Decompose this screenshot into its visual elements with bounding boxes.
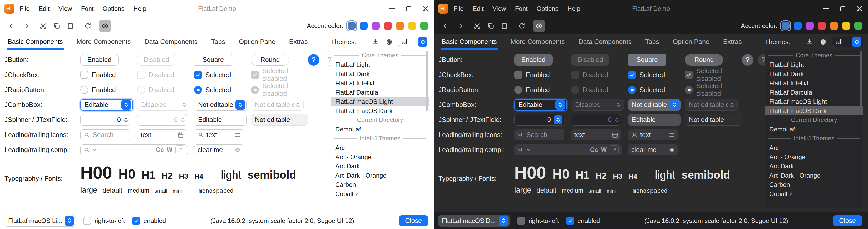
menu-item-file[interactable]: File [20, 5, 30, 12]
theme-item[interactable]: FlatLaf IntelliJ [765, 79, 863, 88]
show-hidden-toggle[interactable] [533, 20, 545, 32]
theme-item[interactable]: Carbon [765, 180, 863, 189]
radio-selected[interactable]: Selected [628, 86, 665, 94]
combobox-arrow-button[interactable] [236, 100, 245, 110]
theme-item[interactable]: FlatLaf macOS Dark [331, 106, 429, 115]
theme-item[interactable]: Arc Dark - Orange [765, 171, 863, 180]
accent-swatch[interactable] [420, 22, 428, 30]
show-hidden-toggle[interactable] [99, 20, 111, 32]
laf-combobox[interactable]: FlatLaf macOS D... [438, 215, 510, 227]
accent-swatch[interactable] [830, 22, 838, 30]
cut-button[interactable] [37, 20, 49, 32]
github-button[interactable] [384, 37, 394, 47]
theme-item[interactable]: Arc - Orange [331, 152, 429, 162]
close-button[interactable]: Close [399, 215, 428, 226]
paste-button[interactable] [64, 20, 76, 32]
close-button[interactable]: Close [833, 215, 862, 226]
combobox-arrow-button[interactable] [64, 216, 74, 226]
combobox-arrow-button[interactable] [121, 100, 131, 110]
menu-item-font[interactable]: Font [515, 5, 528, 12]
tab-more-components[interactable]: More Components [76, 38, 132, 50]
back-button[interactable] [440, 20, 452, 32]
tab-data-components[interactable]: Data Components [144, 38, 198, 50]
tab-tabs[interactable]: Tabs [210, 38, 226, 50]
download-themes-button[interactable] [805, 37, 814, 47]
whole-word-button[interactable]: W [601, 146, 607, 153]
spinner[interactable]: 0 [80, 114, 130, 126]
menu-item-options[interactable]: Options [537, 5, 559, 12]
theme-item[interactable]: FlatLaf Light [331, 60, 429, 69]
theme-item[interactable]: FlatLaf macOS Light [331, 97, 429, 106]
theme-item[interactable]: Arc Dark [765, 162, 863, 171]
theme-item[interactable]: DemoLaf [765, 125, 863, 134]
search-field[interactable]: Search [514, 130, 564, 140]
spinner[interactable]: 0 [514, 114, 564, 126]
checkbox-enabled[interactable]: Enabled [80, 71, 116, 79]
theme-item[interactable]: FlatLaf macOS Light [765, 97, 863, 106]
round-button[interactable]: Round [251, 54, 289, 66]
combobox-not-editable[interactable]: Not editable [628, 99, 681, 111]
combobox-arrow-button[interactable] [555, 100, 565, 110]
accent-swatch[interactable] [408, 22, 416, 30]
clearable-field[interactable]: clear me [194, 144, 244, 155]
combobox-arrow-button[interactable] [418, 37, 427, 47]
tab-basic-components[interactable]: Basic Components [441, 38, 498, 50]
copy-button[interactable] [485, 20, 497, 32]
date-field[interactable]: text [571, 130, 621, 140]
help-button[interactable]: ? [742, 54, 753, 66]
help-button[interactable]: ? [308, 54, 319, 66]
enabled-button[interactable]: Enabled [514, 54, 553, 66]
whole-word-button[interactable]: W [167, 146, 173, 153]
combobox-not-editable[interactable]: Not editable [194, 99, 247, 111]
accent-swatch[interactable] [348, 22, 355, 30]
accent-swatch[interactable] [782, 22, 789, 30]
clear-icon[interactable] [235, 147, 241, 153]
github-button[interactable] [818, 37, 828, 47]
menu-item-file[interactable]: File [454, 5, 464, 12]
enabled-checkbox[interactable]: enabled [132, 217, 166, 225]
refresh-button[interactable] [516, 20, 528, 32]
theme-item[interactable]: Arc - Orange [765, 152, 863, 162]
theme-item[interactable]: Carbon [331, 180, 429, 189]
theme-item[interactable]: Arc Dark [331, 162, 429, 171]
search-with-options-field[interactable]: Cc W .* [514, 144, 622, 155]
accent-swatch[interactable] [854, 22, 862, 30]
date-field[interactable]: text [137, 130, 187, 140]
theme-item[interactable]: Arc [765, 143, 863, 152]
regex-button[interactable]: .* [176, 145, 184, 154]
combobox-arrow-button[interactable] [670, 100, 679, 110]
refresh-button[interactable] [82, 20, 94, 32]
menu-item-edit[interactable]: Edit [39, 5, 50, 12]
tab-tabs[interactable]: Tabs [644, 38, 660, 50]
combobox-arrow-button[interactable] [499, 216, 508, 226]
minimize-button[interactable] [383, 0, 400, 18]
theme-item[interactable]: FlatLaf Darcula [331, 88, 429, 97]
theme-item[interactable]: FlatLaf Dark [331, 69, 429, 79]
tab-data-components[interactable]: Data Components [578, 38, 632, 50]
accent-swatch[interactable] [372, 22, 380, 30]
rtl-checkbox[interactable]: right-to-left [83, 217, 125, 225]
checkbox-enabled[interactable]: Enabled [514, 71, 550, 79]
spinner-arrows[interactable] [124, 117, 128, 122]
theme-item[interactable]: FlatLaf macOS Dark [765, 106, 863, 115]
accent-swatch[interactable] [794, 22, 802, 30]
clearable-field[interactable]: clear me [628, 144, 678, 155]
checkbox-selected[interactable]: Selected [628, 71, 665, 79]
spinner-arrows[interactable] [554, 115, 562, 124]
combobox-arrow-button[interactable] [852, 37, 861, 47]
combobox-editable[interactable]: Editable [80, 99, 133, 111]
close-window-button[interactable] [417, 0, 434, 18]
regex-button[interactable]: .* [610, 145, 619, 154]
back-button[interactable] [6, 20, 18, 32]
combobox-editable[interactable]: Editable [514, 99, 567, 111]
forward-button[interactable] [20, 20, 32, 32]
rtl-checkbox[interactable]: right-to-left [517, 217, 559, 225]
round-button[interactable]: Round [685, 54, 723, 66]
maximize-button[interactable] [834, 0, 851, 18]
tab-extras[interactable]: Extras [288, 38, 309, 50]
menu-item-view[interactable]: View [59, 5, 72, 12]
theme-item[interactable]: FlatLaf Light [765, 60, 863, 69]
tab-more-components[interactable]: More Components [510, 38, 566, 50]
forward-button[interactable] [454, 20, 466, 32]
accent-swatch[interactable] [384, 22, 392, 30]
